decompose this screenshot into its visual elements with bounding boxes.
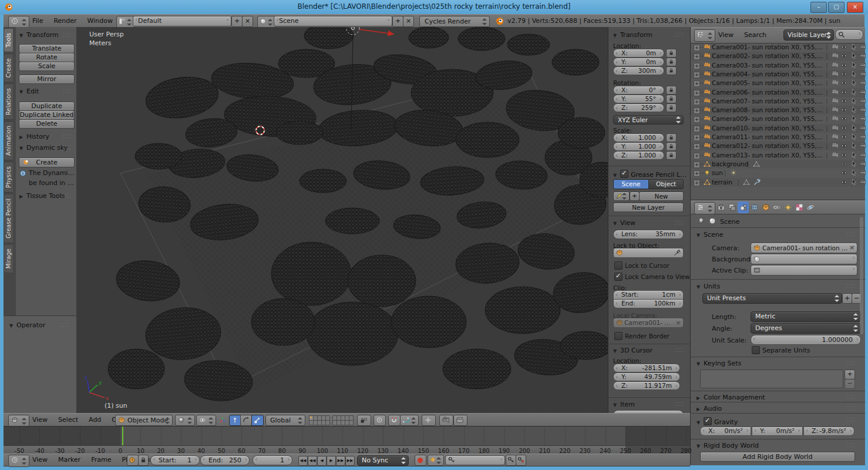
tab-scene[interactable] [738,202,749,213]
outliner-row-camera009[interactable]: +Camera009- sun rotation X0, Y55, Z162| [691,115,865,123]
panel-header-scene[interactable]: ▼Scene········ [697,231,859,239]
add-preset-button[interactable]: + [842,293,852,304]
panel-header-grease-pencil[interactable]: ▼Grease Pencil Layers [613,169,688,179]
minimize-button[interactable]: – [810,2,827,13]
lock-to-cursor-checkbox[interactable] [614,261,623,270]
expand-toggle-icon[interactable]: + [694,45,700,51]
current-frame-line[interactable] [122,427,123,445]
editor-type-button-info[interactable] [8,16,29,28]
panel-header-transform[interactable]: ▼Transform········ [19,31,75,39]
location-y-lock-button[interactable] [666,58,677,66]
grease-tab-scene[interactable]: Scene [613,179,649,189]
outliner-row-camera003[interactable]: +Camera003- sun rotation X0, Y55, Z340| [691,61,865,70]
renderability-camera-icon[interactable] [859,62,866,69]
tab-object[interactable] [760,202,771,213]
renderability-camera-icon[interactable] [859,125,866,132]
scale-y-lock-button[interactable] [666,142,677,151]
scale-x-lock-button[interactable] [666,133,677,142]
rotation-z-lock-button[interactable] [666,103,677,112]
renderability-camera-icon[interactable] [859,52,866,59]
rotation-y-field[interactable]: Y:55° [613,95,664,103]
visibility-eye-icon[interactable] [840,152,847,159]
add-rigid-body-world-button[interactable]: Add Rigid Body World [700,452,855,462]
menu-select[interactable]: Select [58,414,78,426]
outliner-row-camera013[interactable]: +Camera013- sun rotation X0, Y55, Z100| [691,151,865,160]
cursor-location-x-field[interactable]: X:-281.51m [613,364,680,372]
expand-toggle-icon[interactable]: + [694,99,700,105]
visibility-eye-icon[interactable] [840,70,847,78]
panel-header-edit[interactable]: ▼Edit········ [19,88,75,95]
editor-type-button-properties[interactable] [694,202,715,214]
panel-header-audio[interactable]: ▶Audio········ [697,405,859,412]
maximize-button[interactable]: ▢ [828,2,845,13]
selectability-cursor-icon[interactable] [850,142,857,149]
rotation-x-field[interactable]: X:0° [613,86,664,95]
menu-view[interactable]: View [32,454,48,466]
renderability-camera-icon[interactable] [859,70,866,78]
panel-header-item[interactable]: ▼Item········ [613,401,687,408]
lock-time-button[interactable] [138,455,149,466]
scale-z-lock-button[interactable] [666,151,677,160]
snap-element-select[interactable] [400,415,419,426]
panel-header-keying-sets[interactable]: ▼Keying Sets········ [697,360,859,367]
sync-mode-select[interactable]: No Sync [357,455,409,466]
delete-keyframe-button[interactable] [516,455,526,466]
panel-header-dynamic-sky[interactable]: ▼Dynamic sky········ [19,144,75,152]
renderability-camera-icon[interactable] [859,79,866,86]
selectability-cursor-icon[interactable] [850,70,857,78]
outliner-row-camera007[interactable]: +Camera007- sun rotation X0, Y55, Z350| [691,97,865,106]
expand-toggle-icon[interactable]: + [694,143,700,150]
menu-view[interactable]: View [718,29,734,41]
layer-cell[interactable] [349,420,354,425]
local-camera-field[interactable]: Camera001- sun r... × [613,318,684,328]
panel-header-rigid-body-world[interactable]: ▼Rigid Body World········ [697,442,859,449]
manipulator-scale-button[interactable] [251,415,264,426]
frame-end-field[interactable]: End:250 [200,455,250,465]
tool-shelf-tab-tools[interactable]: Tools [4,28,13,52]
manipulator-translate-button[interactable] [229,415,241,426]
gravity-x-field[interactable]: X:0m/s² [700,427,751,436]
location-x-lock-button[interactable] [666,49,677,58]
tool-shelf-tab-grease-pencil[interactable]: Grease Pencil [4,194,13,243]
timeline-tracks[interactable] [4,427,690,445]
tool-shelf-tab-create[interactable]: Create [4,53,13,82]
menu-add[interactable]: Add [89,414,101,426]
selectability-cursor-icon[interactable] [850,43,857,51]
pivot-point-select[interactable] [196,415,216,426]
location-z-lock-button[interactable] [666,66,677,75]
panel-header-gravity[interactable]: ▼Gravity········ [697,416,859,426]
outliner-row-camera002[interactable]: +Camera002- sun rotation X0, Y55, Z259| [691,52,865,61]
layer-cell[interactable] [325,420,330,425]
prev-keyframe-button[interactable]: ◀◀ [308,456,317,466]
renderability-camera-icon[interactable] [859,142,866,149]
renderability-camera-icon[interactable] [859,169,866,176]
panel-header-tissue-tools[interactable]: ▶Tissue Tools········ [19,192,75,200]
menu-search[interactable]: Search [744,29,766,41]
menu-window[interactable]: Window [88,15,113,27]
unit-scale-field[interactable]: 1.000000 [751,335,861,345]
expand-toggle-icon[interactable]: + [694,53,700,60]
outliner-row-camera006[interactable]: +Camera006- sun rotation X0, Y55, Z340| [691,88,865,97]
viewport-shading-select[interactable] [175,415,195,426]
renderability-camera-icon[interactable] [859,115,866,122]
layers-grid-2[interactable] [332,415,354,424]
visibility-eye-icon[interactable] [840,142,847,149]
grease-add-button[interactable]: + [630,192,640,201]
scene-selector[interactable]: Scene [274,16,392,26]
duplicate-button[interactable]: Duplicate [19,102,75,111]
gravity-y-field[interactable]: Y:0m/s² [752,427,803,436]
mirror-button[interactable]: Mirror [19,75,75,84]
next-keyframe-button[interactable]: ▶▶ [336,456,345,466]
gravity-z-field[interactable]: Z:-9.8m/s² [803,427,854,436]
scene-lock-button[interactable] [357,415,371,426]
close-button[interactable]: × [847,2,863,13]
menu-marker[interactable]: Marker [58,454,80,466]
frame-start-field[interactable]: Start:1 [150,455,200,465]
renderability-camera-icon[interactable] [859,43,866,51]
timeline-ruler[interactable]: -50-40-30-20-100102030405060708090100110… [4,445,690,454]
expand-toggle-icon[interactable]: + [694,90,700,96]
outliner-filter-select[interactable]: Visible Layers [783,29,834,41]
panel-header-transform-n[interactable]: ▼Transform········ [613,31,687,39]
clear-local-camera-icon[interactable]: × [675,318,681,327]
expand-toggle-icon[interactable]: + [694,180,700,186]
